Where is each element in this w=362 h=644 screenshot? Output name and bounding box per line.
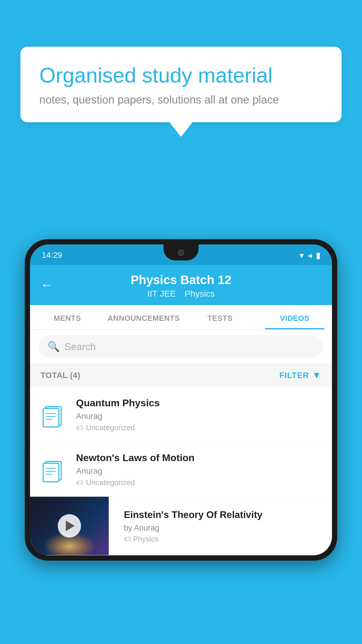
total-count: TOTAL (4) — [41, 371, 80, 380]
einstein-title: Einstein's Theory Of Relativity — [124, 509, 325, 521]
filter-button[interactable]: FILTER ▼ — [279, 370, 321, 381]
video-item-1[interactable]: Quantum Physics Anurag 🏷 Uncategorized — [30, 387, 332, 442]
einstein-info: Einstein's Theory Of Relativity by Anura… — [117, 501, 332, 551]
header-subtitle-right: Physics — [184, 289, 215, 299]
video-info-2: Newton's Laws of Motion Anurag 🏷 Uncateg… — [76, 451, 323, 487]
video-author-1: Anurag — [76, 412, 323, 421]
tab-ments[interactable]: MENTS — [30, 305, 105, 329]
search-bar-container: 🔍 Search — [30, 330, 332, 363]
search-input[interactable]: Search — [64, 341, 96, 352]
svg-rect-6 — [43, 463, 59, 482]
app-header: ← Physics Batch 12 IIT JEE Physics — [30, 265, 332, 305]
header-subtitle-left: IIT JEE — [147, 289, 176, 299]
tag-icon-2: 🏷 — [76, 479, 83, 487]
svg-rect-1 — [43, 408, 59, 427]
video-tag-2: 🏷 Uncategorized — [76, 478, 323, 487]
tab-tests[interactable]: TESTS — [183, 305, 257, 329]
header-subtitle: IIT JEE Physics — [147, 289, 215, 299]
phone-screen: 14:29 ▾ ◂ ▮ ← Physics Batch 12 IIT JEE P… — [30, 244, 332, 555]
video-info-1: Quantum Physics Anurag 🏷 Uncategorized — [76, 396, 323, 432]
tag-icon-1: 🏷 — [76, 424, 83, 432]
einstein-author: by Anurag — [124, 524, 325, 533]
tab-bar: MENTS ANNOUNCEMENTS TESTS VIDEOS — [30, 305, 332, 330]
filter-label: FILTER — [279, 371, 309, 380]
status-icons: ▾ ◂ ▮ — [300, 251, 320, 260]
video-title-2: Newton's Laws of Motion — [76, 451, 323, 464]
header-title: Physics Batch 12 — [131, 273, 231, 287]
play-button[interactable] — [58, 514, 81, 538]
folder-icon-1 — [39, 401, 68, 428]
filter-row: TOTAL (4) FILTER ▼ — [30, 363, 332, 387]
video-tag-label-1: Uncategorized — [86, 423, 135, 432]
video-item-2[interactable]: Newton's Laws of Motion Anurag 🏷 Uncateg… — [30, 442, 332, 497]
speech-bubble-section: Organised study material notes, question… — [20, 47, 342, 137]
battery-icon: ▮ — [316, 251, 320, 260]
einstein-tag: 🏷 Physics — [124, 535, 325, 543]
search-icon: 🔍 — [48, 341, 60, 352]
einstein-thumbnail — [30, 497, 109, 555]
tab-announcements[interactable]: ANNOUNCEMENTS — [105, 305, 183, 329]
signal-icon: ◂ — [308, 251, 312, 260]
folder-icon-2 — [39, 456, 68, 482]
video-item-3[interactable]: Einstein's Theory Of Relativity by Anura… — [30, 497, 332, 555]
filter-icon: ▼ — [312, 370, 321, 381]
phone-notch — [164, 244, 198, 260]
phone-container: 14:29 ▾ ◂ ▮ ← Physics Batch 12 IIT JEE P… — [25, 239, 337, 644]
phone-outer: 14:29 ▾ ◂ ▮ ← Physics Batch 12 IIT JEE P… — [25, 239, 337, 561]
video-tag-label-2: Uncategorized — [86, 478, 135, 487]
search-bar[interactable]: 🔍 Search — [39, 335, 323, 358]
front-camera — [178, 249, 184, 256]
video-list: Quantum Physics Anurag 🏷 Uncategorized — [30, 387, 332, 555]
einstein-tag-label: Physics — [133, 535, 158, 543]
play-icon — [66, 521, 75, 531]
video-title-1: Quantum Physics — [76, 396, 323, 409]
speech-bubble-arrow — [169, 122, 193, 137]
speech-bubble-card: Organised study material notes, question… — [20, 47, 342, 122]
speech-bubble-title: Organised study material — [39, 63, 323, 88]
speech-bubble-subtitle: notes, question papers, solutions all at… — [39, 94, 323, 106]
status-time: 14:29 — [42, 251, 62, 260]
video-tag-1: 🏷 Uncategorized — [76, 423, 323, 432]
tab-videos[interactable]: VIDEOS — [257, 305, 332, 329]
video-author-2: Anurag — [76, 466, 323, 476]
wifi-icon: ▾ — [300, 251, 304, 260]
tag-icon-3: 🏷 — [124, 535, 131, 543]
back-button[interactable]: ← — [41, 278, 53, 292]
